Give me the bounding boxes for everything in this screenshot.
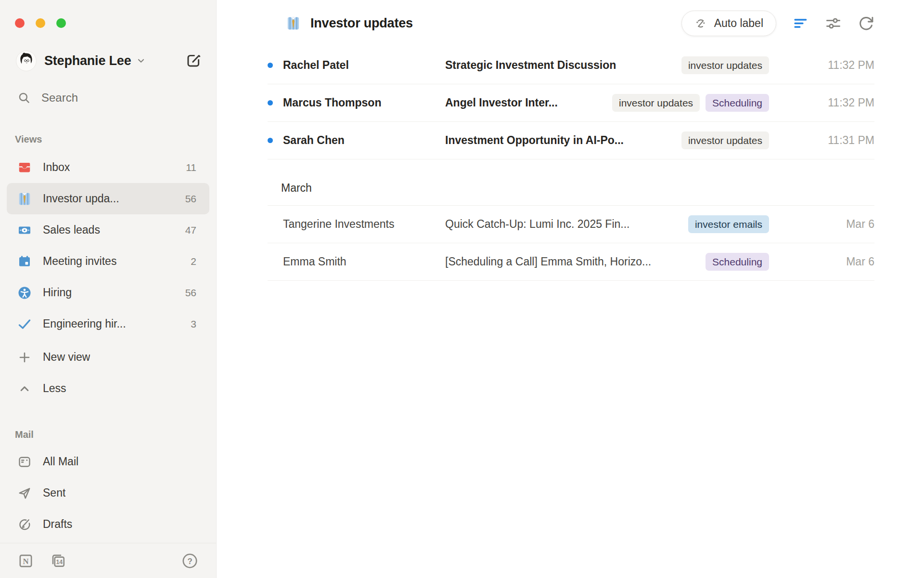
email-time: Mar 6 <box>776 255 874 268</box>
sidebar-item-hiring[interactable]: Hiring56 <box>7 277 209 308</box>
avatar[interactable] <box>16 51 37 71</box>
email-row[interactable]: Sarah ChenInvestment Opportunity in AI-P… <box>268 122 874 159</box>
drafts-icon <box>17 517 32 532</box>
calendar-icon <box>17 254 32 269</box>
sidebar-item-investor-upda[interactable]: Investor upda...56 <box>7 183 209 214</box>
sidebar-item-label: Inbox <box>43 161 70 174</box>
sidebar-item-inbox[interactable]: Inbox11 <box>7 152 209 183</box>
email-labels: investor updates <box>681 131 769 149</box>
mail-list: All MailSentDrafts <box>0 446 216 540</box>
unread-count: 56 <box>185 193 196 205</box>
email-subject: [Scheduling a Call] Emma Smith, Horizo..… <box>445 255 694 268</box>
unread-count: 56 <box>185 287 196 299</box>
notion-mail-window: Stephanie Lee Search Views Inbox11Invest… <box>0 0 924 578</box>
filter-icon[interactable] <box>792 15 809 32</box>
sidebar-item-label: Sales leads <box>43 223 100 236</box>
inbox-icon <box>17 160 32 175</box>
sidebar-item-label: Investor upda... <box>43 192 119 205</box>
email-labels: investor emails <box>688 215 769 233</box>
display-options-icon[interactable] <box>825 15 842 32</box>
main-panel: Investor updates Auto label Rachel Patel… <box>217 0 924 578</box>
label-chip-scheduling[interactable]: Scheduling <box>706 253 769 271</box>
views-list: Inbox11Investor upda...56Sales leads47Me… <box>0 152 216 340</box>
label-chip-investor-updates[interactable]: investor updates <box>681 131 769 149</box>
mail-section-label: Mail <box>15 429 216 440</box>
refresh-icon[interactable] <box>858 15 874 32</box>
necktie-icon <box>286 16 301 31</box>
chevron-down-icon[interactable] <box>136 55 146 66</box>
checkmark-icon <box>17 317 32 331</box>
sidebar-item-all-mail[interactable]: All Mail <box>7 446 209 477</box>
sidebar-item-drafts[interactable]: Drafts <box>7 509 209 540</box>
label-chip-investor-emails[interactable]: investor emails <box>688 215 769 233</box>
email-sender: Marcus Thompson <box>283 96 434 109</box>
email-time: 11:32 PM <box>776 59 874 72</box>
email-sender: Tangerine Investments <box>283 218 434 231</box>
label-chip-investor-updates[interactable]: investor updates <box>612 94 700 112</box>
window-controls <box>15 18 216 28</box>
email-group: Rachel PatelStrategic Investment Discuss… <box>268 47 874 159</box>
search-icon <box>17 91 31 105</box>
unread-dot <box>268 138 273 143</box>
label-chip-investor-updates[interactable]: investor updates <box>681 56 769 74</box>
sidebar-item-label: Less <box>43 382 66 395</box>
svg-text:?: ? <box>187 556 192 565</box>
unread-dot <box>268 100 273 105</box>
sidebar-action-less[interactable]: Less <box>7 373 209 404</box>
send-icon <box>17 486 32 500</box>
sidebar-item-sent[interactable]: Sent <box>7 477 209 509</box>
sidebar-item-engineering-hir[interactable]: Engineering hir...3 <box>7 308 209 340</box>
sidebar-item-label: Drafts <box>43 518 72 531</box>
sidebar-item-label: Hiring <box>43 286 72 299</box>
email-sender: Emma Smith <box>283 255 434 268</box>
email-time: Mar 6 <box>776 218 874 231</box>
sidebar-footer: N 14 ? <box>0 543 216 578</box>
view-title: Investor updates <box>310 16 413 31</box>
email-time: 11:31 PM <box>776 134 874 147</box>
all-mail-icon <box>17 455 32 469</box>
email-labels: Scheduling <box>706 253 769 271</box>
compose-button[interactable] <box>185 53 202 69</box>
help-icon[interactable]: ? <box>181 552 198 569</box>
auto-label-button[interactable]: Auto label <box>681 11 776 36</box>
auto-label-text: Auto label <box>714 17 763 30</box>
email-row[interactable]: Rachel PatelStrategic Investment Discuss… <box>268 47 874 84</box>
sidebar-item-sales-leads[interactable]: Sales leads47 <box>7 214 209 246</box>
view-header: Investor updates Auto label <box>268 0 874 47</box>
views-section-label: Views <box>15 134 216 145</box>
email-subject: Quick Catch-Up: Lumi Inc. 2025 Fin... <box>445 218 677 231</box>
label-chip-scheduling[interactable]: Scheduling <box>706 94 769 112</box>
header-actions: Auto label <box>681 11 874 36</box>
email-labels: investor updatesScheduling <box>612 94 769 112</box>
email-row[interactable]: Tangerine InvestmentsQuick Catch-Up: Lum… <box>268 206 874 243</box>
email-sender: Rachel Patel <box>283 59 434 72</box>
auto-label-icon <box>694 17 708 30</box>
search-placeholder: Search <box>41 91 78 105</box>
minimize-window-button[interactable] <box>36 18 45 28</box>
notion-calendar-icon[interactable]: 14 <box>50 552 66 569</box>
sidebar-item-meeting-invites[interactable]: Meeting invites2 <box>7 246 209 277</box>
search-input[interactable]: Search <box>17 91 203 105</box>
date-group-header: March <box>268 171 874 206</box>
close-window-button[interactable] <box>15 18 25 28</box>
svg-text:14: 14 <box>56 558 63 565</box>
account-name[interactable]: Stephanie Lee <box>44 53 131 68</box>
date-group-title: March <box>281 182 312 195</box>
view-title-group: Investor updates <box>286 16 413 31</box>
unread-dot <box>268 63 273 68</box>
email-sender: Sarah Chen <box>283 134 434 147</box>
fullscreen-window-button[interactable] <box>56 18 66 28</box>
email-row[interactable]: Marcus ThompsonAngel Investor Inter...in… <box>268 84 874 122</box>
email-group: MarchTangerine InvestmentsQuick Catch-Up… <box>268 171 874 281</box>
banknote-icon <box>17 223 32 237</box>
necktie-icon <box>17 192 32 206</box>
email-labels: investor updates <box>681 56 769 74</box>
sidebar-item-label: Sent <box>43 486 65 499</box>
sidebar-item-label: Meeting invites <box>43 255 116 268</box>
email-row[interactable]: Emma Smith[Scheduling a Call] Emma Smith… <box>268 243 874 281</box>
email-list: Rachel PatelStrategic Investment Discuss… <box>268 47 874 281</box>
notion-logo-icon[interactable]: N <box>17 552 34 569</box>
svg-text:N: N <box>23 557 28 566</box>
sidebar-item-label: Engineering hir... <box>43 317 126 330</box>
sidebar-action-new-view[interactable]: New view <box>7 342 209 373</box>
